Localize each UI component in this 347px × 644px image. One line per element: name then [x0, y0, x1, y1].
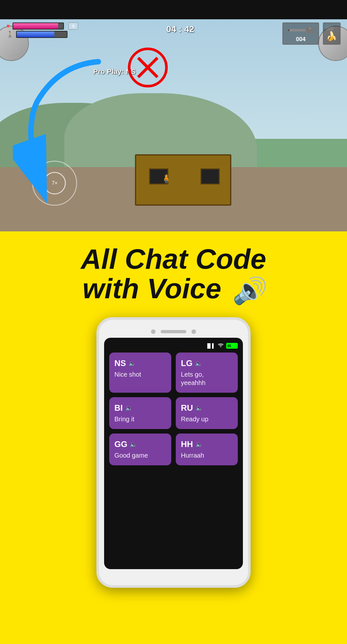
sound-icon-ns: 🔈: [129, 360, 136, 367]
fort-window-right: [200, 168, 220, 184]
phone-mockup: ▐▌▌ 65: [96, 317, 251, 588]
chat-text-ns: Nice shot: [114, 370, 166, 379]
chat-code-ns: NS: [114, 358, 126, 368]
yellow-section: All Chat Code with Voice 🔊 ▐▌▌: [0, 231, 347, 644]
phone-status-bar: ▐▌▌ 65: [109, 343, 238, 349]
grenade-box: 020 🍌: [323, 22, 341, 45]
weapon-icon: [286, 24, 315, 36]
health-fill: [13, 23, 58, 29]
speaker-emoji: 🔊: [232, 277, 264, 304]
stamina-bar-row: 🚶: [6, 31, 78, 38]
chat-button-ru[interactable]: RU 🔈 Ready up: [176, 397, 238, 429]
health-bar: [13, 22, 64, 30]
chat-btn-bi-header: BI 🔈: [114, 403, 166, 413]
phone-dot-left: [151, 329, 156, 334]
sound-icon-gg: 🔈: [130, 441, 137, 448]
grenade-count: 020: [326, 26, 337, 31]
hud-left: ♥ ⏸ 🚶: [6, 22, 78, 38]
svg-point-4: [288, 29, 290, 31]
phone-speaker-bar: [161, 330, 186, 333]
chat-text-gg: Good game: [114, 451, 166, 460]
chat-button-bi[interactable]: BI 🔈 Bring it: [109, 397, 171, 429]
weapon-box: 004: [282, 22, 319, 45]
chat-button-ns[interactable]: NS 🔈 Nice shot: [109, 353, 171, 393]
chat-btn-gg-header: GG 🔈: [114, 439, 166, 449]
phone-dot-right: [191, 329, 196, 334]
sound-icon-hh: 🔈: [196, 441, 203, 448]
player-character: 🧍: [161, 174, 170, 186]
stamina-bar: [16, 31, 67, 38]
title-line2: with Voice: [83, 273, 221, 304]
status-bar-top: [0, 0, 347, 19]
battery-icon: 65: [226, 343, 238, 349]
ammo-count: 004: [296, 36, 306, 43]
chat-code-ru: RU: [181, 403, 193, 413]
phone-wrapper: ▐▌▌ 65: [6, 317, 341, 588]
wifi-icon: [218, 343, 224, 349]
chat-buttons-grid: NS 🔈 Nice shot LG 🔈 Lets go,yeeahhh: [109, 353, 238, 465]
chat-btn-ru-header: RU 🔈: [181, 403, 233, 413]
game-timer: 04 : 42: [166, 24, 194, 34]
chat-code-gg: GG: [114, 439, 127, 449]
chat-button-hh[interactable]: HH 🔈 Hurraah: [176, 434, 238, 465]
sound-icon-ru: 🔈: [196, 405, 203, 412]
chat-text-hh: Hurraah: [181, 451, 233, 460]
signal-icon: ▐▌▌: [206, 343, 215, 348]
chat-button-lg[interactable]: LG 🔈 Lets go,yeeahhh: [176, 353, 238, 393]
wooden-fort: [135, 141, 231, 206]
health-bar-row: ♥ ⏸: [6, 22, 78, 30]
hud-right: 004 020 🍌: [282, 22, 341, 45]
chat-text-lg: Lets go,yeeahhh: [181, 370, 233, 387]
sound-icon-lg: 🔈: [195, 360, 202, 367]
chat-btn-hh-header: HH 🔈: [181, 439, 233, 449]
chat-btn-lg-header: LG 🔈: [181, 358, 233, 368]
chat-code-bi: BI: [114, 403, 123, 413]
phone-screen: ▐▌▌ 65: [104, 338, 243, 569]
game-section: 🧍 ♥ ⏸ 🚶 04 : 42: [0, 0, 347, 231]
chat-text-bi: Bring it: [114, 415, 166, 423]
chat-text-ru: Ready up: [181, 415, 233, 423]
stamina-icon: 🚶: [6, 31, 13, 38]
stamina-fill: [17, 31, 54, 37]
sound-icon-bi: 🔈: [125, 405, 132, 412]
chat-code-hh: HH: [181, 439, 193, 449]
phone-top-bar: [104, 329, 243, 334]
svg-rect-3: [309, 28, 311, 29]
blue-arrow-annotation: [13, 39, 135, 231]
title-line1: All Chat Code: [81, 243, 266, 275]
fort-wall: [135, 154, 231, 206]
chat-btn-ns-header: NS 🔈: [114, 358, 166, 368]
chat-code-lg: LG: [181, 358, 192, 368]
chat-button-gg[interactable]: GG 🔈 Good game: [109, 434, 171, 465]
grenade-icon: 🍌: [326, 31, 337, 41]
pause-button[interactable]: ⏸: [68, 22, 78, 30]
heart-icon: ♥: [6, 23, 10, 30]
main-title: All Chat Code with Voice 🔊: [6, 244, 341, 304]
